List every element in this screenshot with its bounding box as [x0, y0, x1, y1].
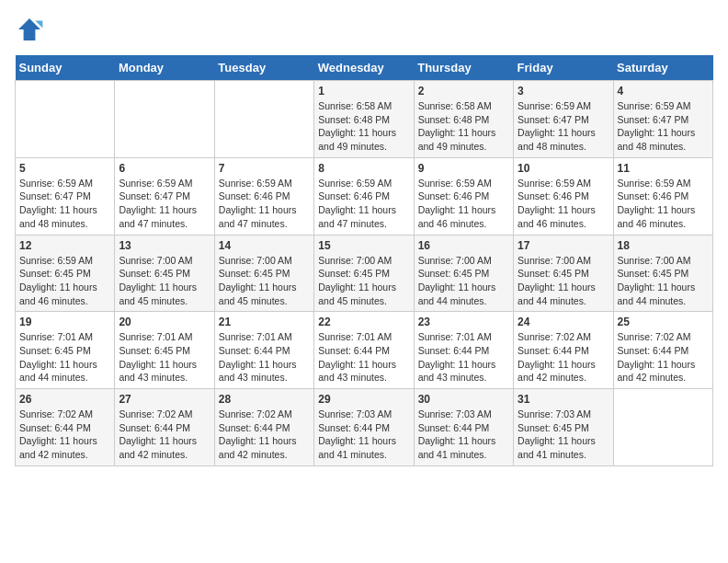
- calendar-table: SundayMondayTuesdayWednesdayThursdayFrid…: [15, 55, 713, 466]
- day-number: 2: [418, 85, 509, 98]
- day-number: 17: [518, 239, 609, 252]
- day-info: Sunrise: 7:01 AMSunset: 6:45 PMDaylight:…: [19, 330, 110, 385]
- day-number: 19: [19, 316, 110, 328]
- day-info: Sunrise: 6:59 AMSunset: 6:46 PMDaylight:…: [318, 177, 409, 231]
- calendar-header: SundayMondayTuesdayWednesdayThursdayFrid…: [16, 55, 713, 81]
- day-number: 13: [119, 239, 210, 252]
- calendar-cell: 14Sunrise: 7:00 AMSunset: 6:45 PMDayligh…: [214, 235, 313, 312]
- calendar-cell: [16, 81, 115, 158]
- day-number: 31: [518, 393, 609, 406]
- day-info: Sunrise: 6:59 AMSunset: 6:46 PMDaylight:…: [219, 177, 310, 231]
- day-info: Sunrise: 7:01 AMSunset: 6:45 PMDaylight:…: [119, 330, 210, 385]
- day-info: Sunrise: 7:02 AMSunset: 6:44 PMDaylight:…: [518, 330, 609, 385]
- weekday-header: Monday: [115, 55, 214, 81]
- day-info: Sunrise: 6:59 AMSunset: 6:46 PMDaylight:…: [418, 177, 509, 231]
- calendar-cell: 15Sunrise: 7:00 AMSunset: 6:45 PMDayligh…: [314, 235, 414, 312]
- day-info: Sunrise: 7:01 AMSunset: 6:44 PMDaylight:…: [318, 330, 409, 385]
- calendar-cell: 5Sunrise: 6:59 AMSunset: 6:47 PMDaylight…: [16, 157, 115, 235]
- calendar-cell: 7Sunrise: 6:59 AMSunset: 6:46 PMDaylight…: [214, 157, 313, 235]
- calendar-cell: 6Sunrise: 6:59 AMSunset: 6:47 PMDaylight…: [115, 157, 214, 235]
- calendar-cell: 23Sunrise: 7:01 AMSunset: 6:44 PMDayligh…: [414, 312, 513, 389]
- day-info: Sunrise: 6:58 AMSunset: 6:48 PMDaylight:…: [318, 99, 409, 154]
- day-number: 16: [418, 239, 509, 252]
- weekday-header: Thursday: [414, 55, 513, 81]
- day-number: 25: [618, 316, 709, 328]
- day-number: 21: [219, 316, 310, 328]
- day-info: Sunrise: 7:03 AMSunset: 6:44 PMDaylight:…: [318, 408, 409, 462]
- day-info: Sunrise: 6:58 AMSunset: 6:48 PMDaylight:…: [418, 99, 509, 154]
- calendar-cell: 19Sunrise: 7:01 AMSunset: 6:45 PMDayligh…: [16, 312, 115, 389]
- calendar-week-row: 5Sunrise: 6:59 AMSunset: 6:47 PMDaylight…: [16, 157, 713, 235]
- calendar-cell: 20Sunrise: 7:01 AMSunset: 6:45 PMDayligh…: [115, 312, 214, 389]
- calendar-cell: 18Sunrise: 7:00 AMSunset: 6:45 PMDayligh…: [613, 235, 712, 312]
- logo: [15, 15, 48, 44]
- day-info: Sunrise: 6:59 AMSunset: 6:47 PMDaylight:…: [618, 99, 709, 154]
- weekday-row: SundayMondayTuesdayWednesdayThursdayFrid…: [16, 55, 713, 81]
- day-info: Sunrise: 6:59 AMSunset: 6:47 PMDaylight:…: [19, 177, 110, 231]
- calendar-week-row: 26Sunrise: 7:02 AMSunset: 6:44 PMDayligh…: [16, 389, 713, 466]
- calendar-cell: 16Sunrise: 7:00 AMSunset: 6:45 PMDayligh…: [414, 235, 513, 312]
- day-info: Sunrise: 6:59 AMSunset: 6:47 PMDaylight:…: [518, 99, 609, 154]
- calendar-cell: [613, 389, 712, 466]
- day-number: 22: [318, 316, 409, 328]
- day-info: Sunrise: 7:00 AMSunset: 6:45 PMDaylight:…: [418, 254, 509, 308]
- weekday-header: Saturday: [613, 55, 712, 81]
- day-number: 4: [618, 85, 709, 98]
- day-info: Sunrise: 7:00 AMSunset: 6:45 PMDaylight:…: [219, 254, 310, 308]
- day-info: Sunrise: 7:02 AMSunset: 6:44 PMDaylight:…: [119, 408, 210, 462]
- day-info: Sunrise: 6:59 AMSunset: 6:46 PMDaylight:…: [518, 177, 609, 231]
- day-number: 10: [518, 162, 609, 175]
- calendar-cell: 30Sunrise: 7:03 AMSunset: 6:44 PMDayligh…: [414, 389, 513, 466]
- calendar-cell: 9Sunrise: 6:59 AMSunset: 6:46 PMDaylight…: [414, 157, 513, 235]
- weekday-header: Friday: [514, 55, 613, 81]
- day-info: Sunrise: 6:59 AMSunset: 6:45 PMDaylight:…: [19, 254, 110, 308]
- day-number: 15: [318, 239, 409, 252]
- weekday-header: Wednesday: [314, 55, 414, 81]
- day-number: 3: [518, 85, 609, 98]
- day-number: 29: [318, 393, 409, 406]
- logo-icon: [15, 15, 44, 44]
- day-number: 6: [119, 162, 210, 175]
- day-number: 11: [618, 162, 709, 175]
- day-number: 9: [418, 162, 509, 175]
- day-number: 27: [119, 393, 210, 406]
- calendar-cell: 25Sunrise: 7:02 AMSunset: 6:44 PMDayligh…: [613, 312, 712, 389]
- day-info: Sunrise: 7:00 AMSunset: 6:45 PMDaylight:…: [318, 254, 409, 308]
- calendar-cell: 12Sunrise: 6:59 AMSunset: 6:45 PMDayligh…: [16, 235, 115, 312]
- calendar-cell: 4Sunrise: 6:59 AMSunset: 6:47 PMDaylight…: [613, 81, 712, 158]
- day-number: 1: [318, 85, 409, 98]
- day-info: Sunrise: 7:00 AMSunset: 6:45 PMDaylight:…: [119, 254, 210, 308]
- calendar-cell: 17Sunrise: 7:00 AMSunset: 6:45 PMDayligh…: [514, 235, 613, 312]
- day-info: Sunrise: 7:00 AMSunset: 6:45 PMDaylight:…: [518, 254, 609, 308]
- page-header: [15, 15, 713, 44]
- calendar-cell: [115, 81, 214, 158]
- calendar-cell: 21Sunrise: 7:01 AMSunset: 6:44 PMDayligh…: [214, 312, 313, 389]
- calendar-cell: 22Sunrise: 7:01 AMSunset: 6:44 PMDayligh…: [314, 312, 414, 389]
- day-number: 23: [418, 316, 509, 328]
- day-number: 26: [19, 393, 110, 406]
- calendar-cell: 31Sunrise: 7:03 AMSunset: 6:45 PMDayligh…: [514, 389, 613, 466]
- day-info: Sunrise: 7:02 AMSunset: 6:44 PMDaylight:…: [618, 330, 709, 385]
- day-number: 18: [618, 239, 709, 252]
- weekday-header: Tuesday: [214, 55, 313, 81]
- day-info: Sunrise: 6:59 AMSunset: 6:46 PMDaylight:…: [618, 177, 709, 231]
- calendar-cell: 29Sunrise: 7:03 AMSunset: 6:44 PMDayligh…: [314, 389, 414, 466]
- calendar-cell: [214, 81, 313, 158]
- calendar-cell: 3Sunrise: 6:59 AMSunset: 6:47 PMDaylight…: [514, 81, 613, 158]
- calendar-cell: 24Sunrise: 7:02 AMSunset: 6:44 PMDayligh…: [514, 312, 613, 389]
- day-info: Sunrise: 7:01 AMSunset: 6:44 PMDaylight:…: [418, 330, 509, 385]
- day-number: 28: [219, 393, 310, 406]
- day-info: Sunrise: 7:03 AMSunset: 6:44 PMDaylight:…: [418, 408, 509, 462]
- day-info: Sunrise: 7:01 AMSunset: 6:44 PMDaylight:…: [219, 330, 310, 385]
- calendar-week-row: 19Sunrise: 7:01 AMSunset: 6:45 PMDayligh…: [16, 312, 713, 389]
- weekday-header: Sunday: [16, 55, 115, 81]
- calendar-cell: 2Sunrise: 6:58 AMSunset: 6:48 PMDaylight…: [414, 81, 513, 158]
- calendar-cell: 10Sunrise: 6:59 AMSunset: 6:46 PMDayligh…: [514, 157, 613, 235]
- calendar-cell: 13Sunrise: 7:00 AMSunset: 6:45 PMDayligh…: [115, 235, 214, 312]
- day-number: 8: [318, 162, 409, 175]
- day-number: 20: [119, 316, 210, 328]
- day-info: Sunrise: 7:02 AMSunset: 6:44 PMDaylight:…: [219, 408, 310, 462]
- day-number: 5: [19, 162, 110, 175]
- day-info: Sunrise: 6:59 AMSunset: 6:47 PMDaylight:…: [119, 177, 210, 231]
- day-number: 12: [19, 239, 110, 252]
